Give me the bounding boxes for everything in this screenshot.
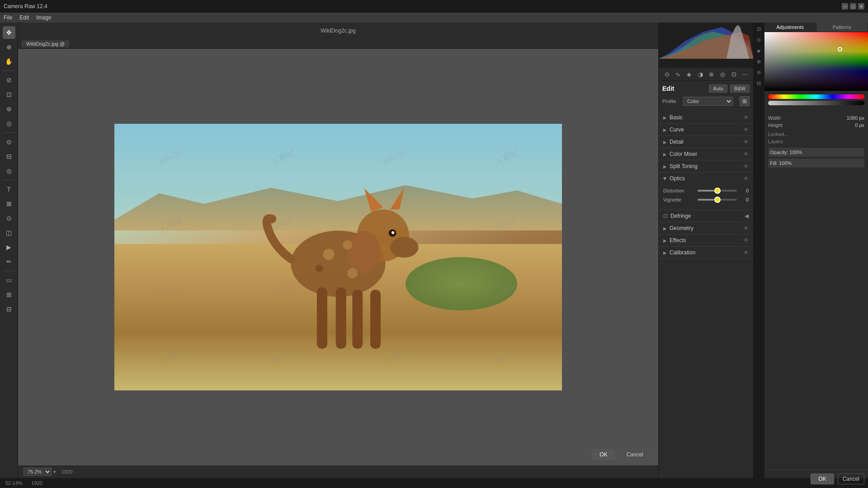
detail-arrow-icon: ▶ <box>663 140 667 145</box>
tool-radial[interactable]: ◎ <box>3 164 15 177</box>
far-panel-actions: OK Cancel <box>764 469 868 478</box>
tab-indicator: @ <box>60 41 65 47</box>
cancel-button[interactable]: Cancel <box>619 449 651 460</box>
distortion-thumb[interactable] <box>714 188 721 194</box>
optics-eye-icon[interactable]: 👁 <box>743 175 749 182</box>
tool-brush[interactable]: ▶ <box>3 241 15 253</box>
ps-icon-5[interactable]: ⊝ <box>754 68 763 77</box>
color-swatch-area[interactable] <box>764 32 868 91</box>
basic-arrow-icon: ▶ <box>663 115 667 120</box>
tab-patterns[interactable]: Patterns <box>816 23 868 32</box>
svg-point-14 <box>316 265 323 272</box>
accordion-split-toning-right: 👁 <box>743 163 749 169</box>
accordion-curve-left: ▶ Curve <box>663 127 684 133</box>
canvas-content[interactable]: RRCG 人素材 RRCG 人素材 人素材 RRCG 人素材 RRCG RRCG… <box>18 49 658 465</box>
detail-eye-icon[interactable]: 👁 <box>743 139 749 145</box>
accordion-basic-left: ▶ Basic <box>663 114 683 121</box>
accordion-effects-header[interactable]: ▶ Effects 👁 <box>659 235 753 246</box>
tool-crop[interactable]: ⊡ <box>3 88 15 101</box>
ps-icon-3[interactable]: ◈ <box>754 46 763 55</box>
panel-tool-cal[interactable]: ⊡ <box>729 70 738 79</box>
file-tab[interactable]: WildDog2c.jpg @ <box>22 40 70 47</box>
geometry-eye-icon[interactable]: 👁 <box>743 225 749 231</box>
calibration-eye-icon[interactable]: 👁 <box>743 249 749 256</box>
zoom-select[interactable]: 75.2% 50% 100% Fit <box>24 468 52 476</box>
defringe-row[interactable]: ⊡ Defringe ◀ <box>659 210 753 222</box>
tool-grid2[interactable]: ⊟ <box>3 303 15 315</box>
panel-tool-target[interactable]: ⊙ <box>662 70 671 79</box>
tool-divider-2 <box>3 132 15 133</box>
accordion-calibration-header[interactable]: ▶ Calibration 👁 <box>659 247 753 258</box>
tool-eyedropper[interactable]: ⊘ <box>3 74 15 86</box>
tool-pen[interactable]: ✏ <box>3 255 15 268</box>
accordion-basic-header[interactable]: ▶ Basic 👁 <box>659 112 753 123</box>
svg-point-7 <box>348 231 381 273</box>
menu-edit[interactable]: Edit <box>19 14 29 21</box>
maximize-button[interactable]: □ <box>850 3 856 9</box>
distortion-track[interactable] <box>698 190 737 192</box>
accordion-curve-header[interactable]: ▶ Curve 👁 <box>659 124 753 136</box>
color-mixer-eye-icon[interactable]: 👁 <box>743 151 749 157</box>
ps-icon-4[interactable]: ⊛ <box>754 57 763 66</box>
vignette-thumb[interactable] <box>714 197 721 203</box>
panel-value-height: 0 px <box>855 122 864 128</box>
tab-adjustments[interactable]: Adjustments <box>764 23 816 32</box>
tool-rect[interactable]: ▭ <box>3 274 15 286</box>
vignette-track[interactable] <box>698 199 737 201</box>
accordion-geometry-left: ▶ Geometry <box>663 225 693 231</box>
panel-tool-curves[interactable]: ∿ <box>674 70 683 79</box>
tool-grid[interactable]: ⊞ <box>3 288 15 301</box>
zoom-control[interactable]: 75.2% 50% 100% Fit ▾ <box>24 468 56 476</box>
defringe-collapse-icon[interactable]: ◀ <box>745 213 749 219</box>
tool-graduated[interactable]: ⊟ <box>3 150 15 163</box>
far-cancel-button[interactable]: Cancel <box>838 474 864 478</box>
layer-item[interactable]: Opacity: 100% <box>768 148 864 157</box>
ps-icon-1[interactable]: ⊡ <box>754 24 763 33</box>
defringe-left: ⊡ Defringe <box>663 213 691 219</box>
accordion-color-mixer-header[interactable]: ▶ Color Mixer 👁 <box>659 148 753 160</box>
window-controls[interactable]: ─ □ ✕ <box>842 3 864 9</box>
tool-redeye[interactable]: ◎ <box>3 117 15 130</box>
effects-eye-icon[interactable]: 👁 <box>743 237 749 244</box>
close-button[interactable]: ✕ <box>858 3 864 9</box>
split-toning-eye-icon[interactable]: 👁 <box>743 163 749 169</box>
menu-file[interactable]: File <box>4 14 12 21</box>
accordion-detail-header[interactable]: ▶ Detail 👁 <box>659 136 753 148</box>
panel-tool-more[interactable]: ⋯ <box>741 70 750 79</box>
accordion-optics-left: ▶ Optics <box>663 175 685 182</box>
panel-tool-detail[interactable]: ⊛ <box>707 70 716 79</box>
basic-eye-icon[interactable]: 👁 <box>743 114 749 121</box>
tool-eraser[interactable]: ◫ <box>3 226 15 239</box>
curve-eye-icon[interactable]: 👁 <box>743 127 749 133</box>
panel-section-label: Locked... <box>768 131 864 137</box>
tool-adjust[interactable]: ⊝ <box>3 136 15 148</box>
profile-grid-button[interactable]: ⊞ <box>740 96 750 106</box>
ok-button[interactable]: OK <box>592 449 615 460</box>
tool-zoom[interactable]: ⊕ <box>3 41 15 53</box>
tool-ruler[interactable]: ⊠ <box>3 197 15 210</box>
auto-button[interactable]: Auto <box>709 84 727 93</box>
bw-button[interactable]: B&W <box>730 84 750 93</box>
panel-tool-hsl[interactable]: ◈ <box>684 70 693 79</box>
tool-move[interactable]: ✥ <box>3 26 15 39</box>
accordion-optics-header[interactable]: ▶ Optics 👁 <box>659 173 753 184</box>
tool-clone[interactable]: ⊙ <box>3 212 15 225</box>
far-ok-button[interactable]: OK <box>811 474 834 478</box>
tool-text[interactable]: T <box>3 183 15 196</box>
menu-image[interactable]: Image <box>36 14 51 21</box>
zoom-dropdown-icon: ▾ <box>53 469 56 475</box>
tool-divider-3 <box>3 180 15 180</box>
tool-heal[interactable]: ⊛ <box>3 103 15 115</box>
ps-icon-2[interactable]: ⊙ <box>754 35 763 44</box>
panel-tool-split[interactable]: ◑ <box>696 70 705 79</box>
tool-hand[interactable]: ✋ <box>3 55 15 68</box>
accordion-geometry-header[interactable]: ▶ Geometry 👁 <box>659 222 753 234</box>
accordion-split-toning-header[interactable]: ▶ Split Toning 👁 <box>659 160 753 172</box>
canvas-header: WildDog2c.jpg <box>18 23 658 39</box>
canvas-filename: WildDog2c.jpg <box>321 28 355 34</box>
layer-fill[interactable]: Fill: 100% <box>768 159 864 168</box>
minimize-button[interactable]: ─ <box>842 3 848 9</box>
profile-select[interactable]: Color Flat Landscape Portrait <box>683 97 733 106</box>
ps-icon-6[interactable]: ⊟ <box>754 79 763 88</box>
panel-tool-lens[interactable]: ◎ <box>718 70 727 79</box>
